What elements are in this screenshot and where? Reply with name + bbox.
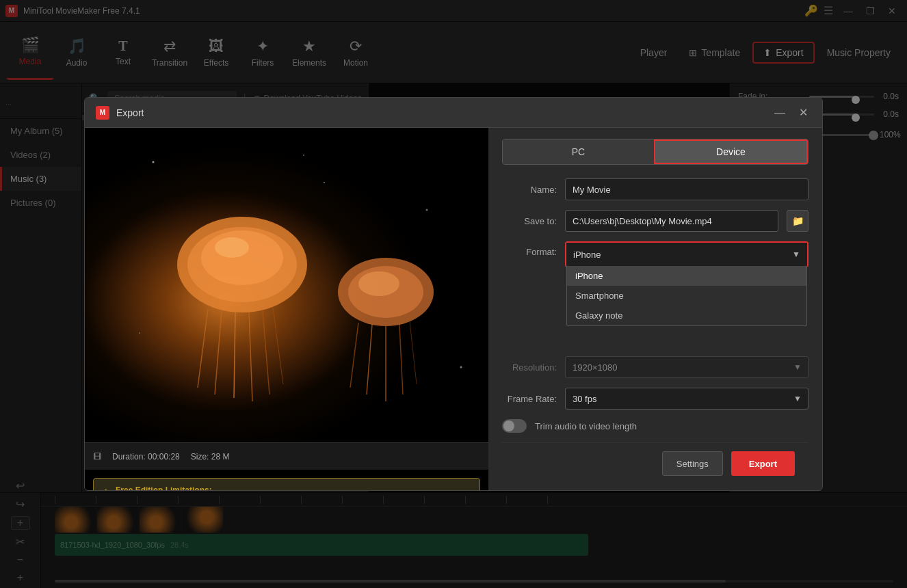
settings-button[interactable]: Settings (662, 451, 723, 476)
svg-point-20 (324, 182, 325, 183)
info-icon: ℹ (103, 487, 109, 491)
modal-logo: M (96, 106, 109, 120)
format-field-row: Format: iPhone ▼ iPhone Smartpho (502, 241, 809, 267)
svg-point-23 (460, 366, 462, 369)
name-input[interactable] (565, 178, 809, 200)
preview-video (85, 128, 488, 442)
preview-size: Size: 28 M (191, 452, 230, 462)
svg-point-4 (215, 237, 249, 258)
svg-point-13 (358, 271, 399, 296)
format-select[interactable]: iPhone ▼ (566, 243, 807, 266)
name-field-row: Name: (502, 178, 809, 200)
device-tab[interactable]: Device (654, 139, 808, 164)
format-label: Format: (502, 247, 557, 257)
export-tab-row: PC Device (502, 139, 809, 165)
preview-duration: Duration: 00:00:28 (112, 452, 180, 462)
info-title: Free Edition Limitations: (116, 485, 307, 491)
modal-footer: Settings Export (502, 442, 809, 484)
svg-point-21 (426, 209, 428, 211)
format-dropdown: iPhone Smartphone Galaxy note (566, 266, 807, 326)
trim-audio-toggle[interactable] (502, 419, 527, 433)
resolution-select[interactable]: 1920×1080 (565, 356, 809, 378)
trim-audio-row: Trim audio to video length (502, 419, 809, 433)
resolution-label: Resolution: (502, 362, 557, 373)
format-option-smartphone[interactable]: Smartphone (567, 286, 806, 306)
frame-rate-select[interactable]: 30 fps (565, 388, 809, 410)
format-option-galaxy-note[interactable]: Galaxy note (567, 306, 806, 325)
trim-audio-label: Trim audio to video length (535, 421, 637, 431)
modal-body: 🎞 Duration: 00:00:28 Size: 28 M ℹ Free E… (85, 128, 822, 490)
save-to-input[interactable] (565, 210, 778, 232)
modal-settings: PC Device Name: Save to: 📁 (488, 128, 822, 490)
name-label: Name: (502, 185, 557, 195)
svg-point-24 (303, 155, 304, 156)
format-dropdown-arrow: ▼ (792, 250, 800, 259)
format-option-iphone[interactable]: iPhone (567, 266, 806, 286)
export-submit-button[interactable]: Export (731, 451, 795, 476)
modal-minimize-button[interactable]: — (772, 105, 788, 121)
film-icon: 🎞 (93, 452, 101, 462)
modal-header: M Export — ✕ (85, 98, 822, 128)
modal-overlay: M Export — ✕ (0, 0, 907, 588)
frame-rate-label: Frame Rate: (502, 394, 557, 404)
free-edition-info: ℹ Free Edition Limitations: 1. Export th… (93, 478, 480, 491)
save-to-label: Save to: (502, 216, 557, 226)
export-modal: M Export — ✕ (84, 97, 823, 491)
modal-close-button[interactable]: ✕ (795, 105, 811, 121)
pc-tab[interactable]: PC (503, 139, 654, 164)
frame-rate-field-row: Frame Rate: 30 fps ▼ (502, 388, 809, 410)
resolution-field-row: Resolution: 1920×1080 ▼ (502, 356, 809, 378)
svg-point-3 (201, 230, 283, 285)
format-selected-value: iPhone (573, 250, 792, 260)
modal-title: Export (116, 107, 765, 118)
save-to-field-row: Save to: 📁 (502, 210, 809, 232)
svg-point-19 (153, 161, 155, 163)
info-text: Free Edition Limitations: 1. Export the … (116, 485, 307, 491)
browse-button[interactable]: 📁 (787, 210, 809, 232)
preview-meta: 🎞 Duration: 00:00:28 Size: 28 M (85, 442, 488, 470)
svg-point-22 (139, 332, 140, 334)
modal-preview: 🎞 Duration: 00:00:28 Size: 28 M ℹ Free E… (85, 128, 488, 490)
